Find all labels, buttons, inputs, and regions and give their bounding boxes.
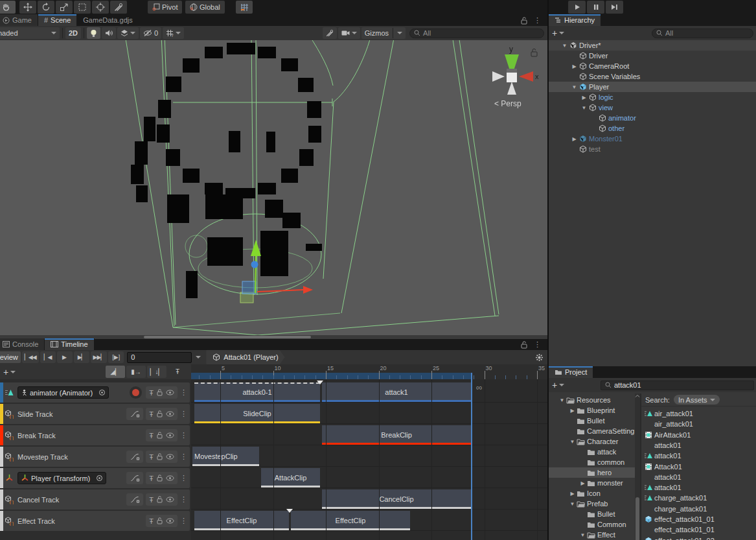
- track-lane[interactable]: EffectClipEffectClip: [191, 511, 547, 531]
- tab-project[interactable]: Project: [549, 366, 593, 378]
- timeline-clips-area[interactable]: 5101520253035 attack0-1attack1SlideClipB…: [191, 364, 547, 540]
- tab-game[interactable]: Game: [0, 14, 38, 26]
- grid-visibility-dropdown[interactable]: Y: [163, 27, 184, 39]
- audio-toggle[interactable]: [102, 27, 116, 39]
- hand-tool-button[interactable]: [0, 1, 16, 14]
- hierarchy-item-other[interactable]: other: [549, 123, 756, 134]
- unlock-icon[interactable]: [531, 49, 537, 56]
- tab-hierarchy[interactable]: Hierarchy: [549, 14, 601, 26]
- track-header-movestep-track[interactable]: {}Movestep TrackŦ⋮: [0, 447, 190, 467]
- hierarchy-item-animator[interactable]: animator: [549, 113, 756, 123]
- gizmo-cube[interactable]: [507, 73, 517, 82]
- hierarchy-item-monster01[interactable]: ▶Monster01: [549, 134, 756, 144]
- expand-arrow-icon[interactable]: ▼: [558, 397, 566, 403]
- add-track-button[interactable]: +: [3, 367, 8, 377]
- pin-icon[interactable]: Ŧ: [149, 453, 154, 461]
- search-result-item[interactable]: attack01: [644, 440, 756, 451]
- scale-tool-button[interactable]: [56, 1, 73, 14]
- hierarchy-item-player[interactable]: ▼Player: [549, 82, 756, 92]
- expand-arrow-icon[interactable]: ▶: [578, 480, 587, 486]
- track-lane[interactable]: attack0-1attack1: [191, 382, 547, 403]
- pause-button[interactable]: [587, 1, 604, 14]
- expand-arrow-icon[interactable]: ▼: [568, 439, 577, 445]
- track-header-player-transform-[interactable]: Player (Transform)Ŧ⋮: [0, 468, 190, 488]
- expand-arrow-icon[interactable]: ▼: [578, 532, 587, 538]
- track-object-field[interactable]: animator (Animator): [17, 386, 109, 399]
- hierarchy-item-test[interactable]: test: [549, 144, 756, 154]
- timeline-clip-slideclip[interactable]: SlideClip: [194, 404, 320, 423]
- lock-icon[interactable]: [157, 410, 163, 417]
- scroll-up-icon[interactable]: [635, 393, 640, 399]
- eye-icon[interactable]: [166, 432, 174, 438]
- global-toggle-button[interactable]: Global: [185, 1, 225, 14]
- scrollbar-thumb[interactable]: [144, 336, 311, 338]
- tab-console[interactable]: Console: [0, 338, 45, 350]
- goto-start-button[interactable]: ▏◀◀: [22, 351, 39, 363]
- expand-arrow-icon[interactable]: ▶: [568, 408, 577, 414]
- play-range-toggle[interactable]: [▶]: [108, 351, 124, 363]
- eye-icon[interactable]: [166, 518, 174, 524]
- axis-negy-cone[interactable]: [507, 82, 516, 95]
- scrollbar-thumb[interactable]: [636, 497, 639, 540]
- mix-mode-button[interactable]: ◢▏: [106, 366, 125, 378]
- goto-end-button[interactable]: ▶▶▏: [91, 351, 108, 363]
- expand-arrow-icon[interactable]: ▼: [560, 43, 569, 49]
- previous-frame-button[interactable]: ▏◀: [40, 351, 56, 363]
- track-menu-icon[interactable]: ⋮: [180, 495, 187, 504]
- search-result-item[interactable]: air_attack01: [644, 408, 756, 419]
- search-result-item[interactable]: charge_attack01: [644, 493, 756, 503]
- eye-icon[interactable]: [166, 390, 174, 395]
- chevron-down-icon[interactable]: [10, 371, 16, 373]
- track-header-animator-animator-[interactable]: animator (Animator)Ŧ⋮: [0, 382, 190, 403]
- search-result-item[interactable]: attack01: [644, 472, 756, 482]
- unlock-icon[interactable]: [521, 341, 527, 349]
- chevron-down-icon[interactable]: [559, 384, 564, 386]
- search-result-item[interactable]: AirAttack01: [644, 430, 756, 440]
- shading-dropdown[interactable]: haded: [0, 27, 60, 39]
- expand-arrow-icon[interactable]: ▶: [580, 95, 588, 100]
- 2d-toggle[interactable]: 2D: [65, 27, 81, 39]
- record-button[interactable]: [130, 386, 142, 399]
- search-result-item[interactable]: Attack01: [644, 462, 756, 472]
- scene-camera-dropdown[interactable]: [338, 27, 360, 39]
- gizmo-plane-xy[interactable]: [242, 281, 256, 294]
- pin-icon[interactable]: Ŧ: [149, 496, 154, 504]
- timeline-clip-attackclip[interactable]: AttackClip: [261, 468, 320, 487]
- add-object-button[interactable]: +: [552, 28, 557, 38]
- effects-dropdown[interactable]: [117, 27, 139, 39]
- track-lane[interactable]: SlideClip: [191, 404, 547, 424]
- track-menu-icon[interactable]: ⋮: [180, 388, 187, 397]
- chevron-down-icon[interactable]: [196, 356, 201, 358]
- track-menu-icon[interactable]: ⋮: [180, 410, 187, 418]
- timeline-ruler[interactable]: 5101520253035: [191, 364, 547, 379]
- scene-tools-button[interactable]: [323, 27, 337, 39]
- timeline-clip-attack0-1[interactable]: attack0-1: [194, 382, 320, 402]
- timeline-clip-movestepclip[interactable]: MovestepClip: [192, 447, 259, 466]
- move-tool-button[interactable]: [19, 1, 36, 14]
- pin-icon[interactable]: Ŧ: [149, 432, 154, 440]
- curves-toggle-button[interactable]: [126, 493, 143, 506]
- chevron-down-icon[interactable]: [559, 32, 564, 34]
- track-object-field[interactable]: Player (Transform): [17, 472, 106, 484]
- add-asset-button[interactable]: +: [552, 380, 557, 390]
- timeline-clip-effectclip[interactable]: EffectClip: [291, 511, 410, 530]
- project-folder-common[interactable]: common: [549, 457, 640, 467]
- grid-snap-button[interactable]: [236, 1, 253, 14]
- curves-toggle-button[interactable]: [126, 451, 143, 463]
- track-lane[interactable]: CancelClip: [191, 489, 547, 510]
- hierarchy-item-view[interactable]: ▼view: [549, 102, 756, 113]
- tab-gamedata[interactable]: GameData.gdjs: [77, 14, 139, 26]
- tab-timeline[interactable]: Timeline: [45, 338, 94, 350]
- timeline-clip-attack1[interactable]: attack1: [322, 382, 471, 402]
- timeline-playhead[interactable]: [471, 373, 472, 540]
- next-frame-button[interactable]: ▶▏: [74, 351, 89, 363]
- lock-icon[interactable]: [157, 389, 163, 396]
- scene-search-input[interactable]: All: [409, 29, 544, 38]
- lock-icon[interactable]: [157, 432, 163, 439]
- timeline-clip-breakclip[interactable]: BreakClip: [322, 425, 471, 445]
- expand-arrow-icon[interactable]: ▼: [568, 501, 577, 507]
- hierarchy-item-driver-[interactable]: ▼Driver*: [549, 40, 756, 51]
- project-folder-attack[interactable]: attack: [549, 447, 640, 457]
- hierarchy-item-cameraroot[interactable]: ▶CameraRoot: [549, 61, 756, 71]
- marker-toggle[interactable]: Ŧ: [168, 366, 187, 378]
